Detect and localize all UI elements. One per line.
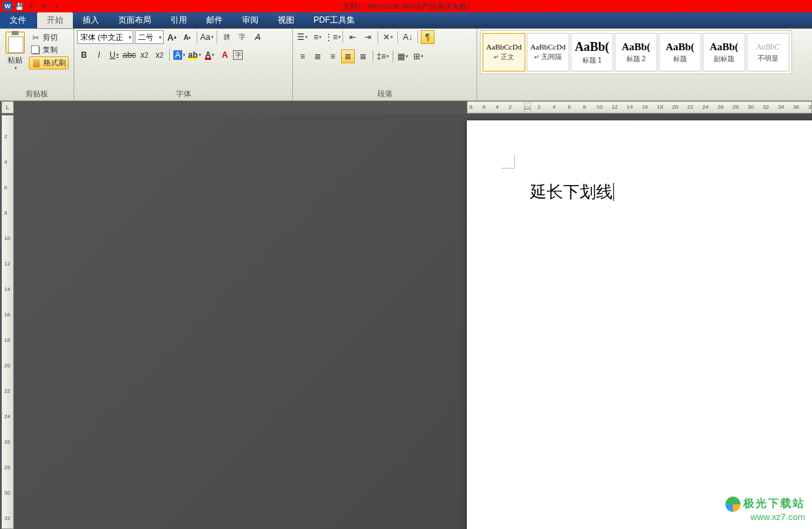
tab-selector[interactable]: L bbox=[1, 101, 14, 114]
tab-file[interactable]: 文件 bbox=[0, 12, 36, 28]
align-right-button[interactable]: ≡ bbox=[326, 50, 340, 63]
style-item-6[interactable]: AaBbC不明显 bbox=[747, 33, 789, 72]
font-color-button[interactable]: A▾ bbox=[203, 48, 217, 62]
style-item-1[interactable]: AaBbCcDd↵无间隔 bbox=[527, 33, 569, 72]
paste-label: 粘贴 bbox=[8, 55, 23, 65]
tab-references[interactable]: 引用 bbox=[161, 12, 197, 28]
increase-indent-button[interactable]: ⇥ bbox=[361, 30, 375, 44]
tab-layout[interactable]: 页面布局 bbox=[109, 12, 161, 28]
tab-review[interactable]: 审阅 bbox=[232, 12, 268, 28]
borders-button[interactable]: ⊞▾ bbox=[411, 50, 425, 63]
shrink-font-button[interactable]: A▾ bbox=[180, 30, 194, 44]
svg-rect-2 bbox=[524, 109, 531, 112]
paste-dropdown-icon: ▾ bbox=[14, 65, 17, 71]
margin-mark-top-left bbox=[501, 155, 515, 169]
tab-home[interactable]: 开始 bbox=[37, 12, 73, 28]
document-area: 2468101214161820222426283032 延长下划线 bbox=[0, 114, 812, 529]
copy-icon bbox=[31, 45, 41, 55]
ribbon: 粘贴 ▾ ✂剪切 复制 格式刷 剪贴板 宋体 (中文正▾ 二号▾ A▴ A▾ A… bbox=[0, 29, 812, 101]
char-border-button[interactable]: 字 bbox=[233, 50, 243, 60]
numbering-button[interactable]: ≡▾ bbox=[311, 30, 325, 44]
group-paragraph: ☰▾ ≡▾ ⋮≡▾ ⇤ ⇥ ✕▾ A↓ ¶ ≡ ≣ ≡ bbox=[293, 29, 477, 100]
brush-icon bbox=[32, 58, 41, 68]
distributed-button[interactable]: ≣ bbox=[356, 50, 370, 63]
text-cursor bbox=[613, 183, 614, 201]
underline-button[interactable]: U▾ bbox=[107, 48, 121, 62]
style-item-2[interactable]: AaBb(标题 1 bbox=[571, 33, 613, 72]
styles-gallery[interactable]: AaBbCcDd↵正文AaBbCcDd↵无间隔AaBb(标题 1AaBb(标题 … bbox=[480, 30, 792, 74]
undo-icon[interactable]: ↶ bbox=[26, 1, 37, 12]
redo-icon[interactable]: ↷ bbox=[39, 1, 50, 12]
paste-icon bbox=[6, 32, 25, 54]
scissors-icon: ✂ bbox=[31, 33, 41, 43]
paragraph-group-label: 段落 bbox=[296, 87, 474, 100]
strikethrough-button[interactable]: abc bbox=[122, 48, 136, 62]
bold-button[interactable]: B bbox=[77, 48, 91, 62]
tab-mailings[interactable]: 邮件 bbox=[197, 12, 232, 28]
watermark-url: www.xz7.com bbox=[725, 512, 805, 522]
show-marks-button[interactable]: ¶ bbox=[421, 30, 435, 44]
clipboard-group-label: 剪贴板 bbox=[3, 87, 71, 100]
watermark-logo-icon bbox=[725, 497, 740, 512]
qat-dropdown-icon[interactable]: ▾ bbox=[51, 1, 62, 12]
watermark: 极光下载站 www.xz7.com bbox=[725, 497, 805, 522]
font-group-label: 字体 bbox=[77, 87, 289, 100]
subscript-button[interactable]: x2 bbox=[138, 48, 151, 62]
grow-font-button[interactable]: A▴ bbox=[165, 30, 179, 44]
ribbon-tabs: 文件 开始 插入 页面布局 引用 邮件 审阅 视图 PDF工具集 bbox=[0, 12, 812, 29]
style-item-0[interactable]: AaBbCcDd↵正文 bbox=[483, 33, 525, 72]
ruler-area: L 86422468101214161820222426283032343638 bbox=[0, 101, 812, 114]
watermark-name: 极光下载站 bbox=[743, 497, 805, 509]
style-item-3[interactable]: AaBb(标题 2 bbox=[615, 33, 657, 72]
indent-marker[interactable] bbox=[524, 102, 531, 112]
style-item-5[interactable]: AaBb(副标题 bbox=[703, 33, 745, 72]
format-painter-button[interactable]: 格式刷 bbox=[29, 56, 69, 69]
group-styles: AaBbCcDd↵正文AaBbCcDd↵无间隔AaBb(标题 1AaBb(标题 … bbox=[477, 29, 812, 100]
window-title: 文档1 - Microsoft Word(产品激活失败) bbox=[342, 1, 470, 12]
highlight-button[interactable]: ab▾ bbox=[188, 48, 201, 62]
vertical-ruler[interactable]: 2468101214161820222426283032 bbox=[1, 115, 14, 529]
text-effects-button[interactable]: A▾ bbox=[173, 48, 186, 62]
font-name-combo[interactable]: 宋体 (中文正▾ bbox=[77, 30, 133, 44]
tab-view[interactable]: 视图 bbox=[268, 12, 304, 28]
save-icon[interactable]: 💾 bbox=[14, 1, 25, 12]
enclose-chars-button[interactable]: 字 bbox=[235, 30, 249, 44]
cut-button[interactable]: ✂剪切 bbox=[29, 32, 69, 43]
group-font: 宋体 (中文正▾ 二号▾ A▴ A▾ Aa▾ 拼 字 A̶ B I U▾ abc bbox=[74, 29, 293, 100]
line-spacing-button[interactable]: ‡≡▾ bbox=[376, 50, 390, 63]
tab-pdf[interactable]: PDF工具集 bbox=[304, 12, 364, 28]
superscript-button[interactable]: x2 bbox=[153, 48, 166, 62]
sort-button[interactable]: A↓ bbox=[401, 30, 415, 44]
tab-insert[interactable]: 插入 bbox=[73, 12, 109, 28]
chevron-down-icon: ▾ bbox=[129, 34, 131, 41]
asian-layout-button[interactable]: ✕▾ bbox=[381, 30, 395, 44]
multilevel-list-button[interactable]: ⋮≡▾ bbox=[326, 30, 340, 44]
document-text[interactable]: 延长下划线 bbox=[530, 181, 614, 203]
chevron-down-icon: ▾ bbox=[159, 34, 162, 41]
horizontal-ruler[interactable]: 86422468101214161820222426283032343638 bbox=[467, 101, 812, 114]
quick-access-toolbar: W 💾 ↶ ↷ ▾ bbox=[0, 1, 62, 12]
clear-format-button[interactable]: A̶ bbox=[250, 30, 264, 44]
word-app-icon[interactable]: W bbox=[3, 1, 12, 11]
align-center-button[interactable]: ≣ bbox=[311, 50, 325, 63]
bullets-button[interactable]: ☰▾ bbox=[296, 30, 309, 44]
shading-button[interactable]: ▦▾ bbox=[396, 50, 410, 63]
font-size-combo[interactable]: 二号▾ bbox=[135, 30, 164, 44]
justify-button[interactable]: ≣ bbox=[341, 50, 355, 63]
style-item-4[interactable]: AaBb(标题 bbox=[659, 33, 701, 72]
document-background[interactable]: 延长下划线 bbox=[14, 114, 812, 529]
document-page[interactable]: 延长下划线 bbox=[467, 120, 812, 529]
group-clipboard: 粘贴 ▾ ✂剪切 复制 格式刷 剪贴板 bbox=[0, 29, 74, 100]
paste-button[interactable]: 粘贴 ▾ bbox=[3, 30, 28, 72]
change-case-button[interactable]: Aa▾ bbox=[200, 30, 214, 44]
copy-button[interactable]: 复制 bbox=[29, 44, 69, 56]
decrease-indent-button[interactable]: ⇤ bbox=[346, 30, 360, 44]
italic-button[interactable]: I bbox=[92, 48, 106, 62]
char-shading-button[interactable]: A bbox=[218, 48, 232, 62]
title-bar: W 💾 ↶ ↷ ▾ 文档1 - Microsoft Word(产品激活失败) bbox=[0, 0, 812, 12]
align-left-button[interactable]: ≡ bbox=[296, 50, 309, 63]
phonetic-guide-button[interactable]: 拼 bbox=[220, 30, 234, 44]
